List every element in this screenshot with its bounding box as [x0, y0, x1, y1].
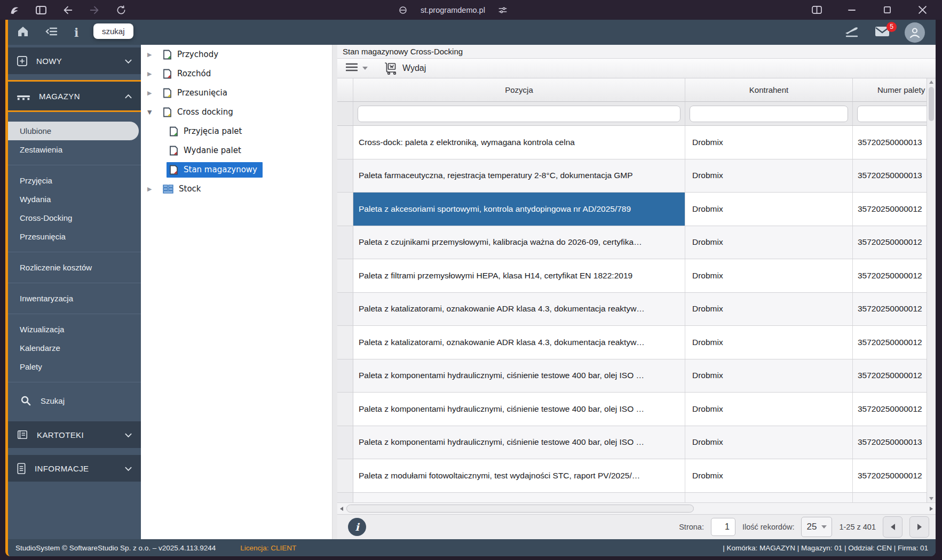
sidebar-item-szukaj[interactable]: Szukaj — [8, 388, 141, 413]
cell-pozycja[interactable]: Paleta z filtrami przemysłowymi HEPA, kl… — [353, 259, 685, 292]
tree-collapse-icon[interactable]: ▼ — [147, 109, 160, 116]
tune-icon[interactable] — [496, 3, 510, 17]
tree-expand-icon[interactable]: ▶ — [147, 90, 160, 97]
sidebar-item-wydania[interactable]: Wydania — [8, 190, 141, 209]
cell-numer[interactable]: 35720250000012 — [853, 259, 927, 292]
scroll-up-icon[interactable] — [929, 81, 933, 84]
table-row[interactable]: Paleta z komponentami hydraulicznymi, ci… — [337, 393, 927, 426]
cell-numer[interactable]: 35720250000013 — [853, 426, 927, 459]
cell-numer[interactable]: 35720250000012 — [853, 293, 927, 326]
table-row-selected[interactable]: Paleta z akcesoriami sportowymi, kontrol… — [337, 193, 927, 226]
sidebar-toggle-icon[interactable] — [34, 3, 48, 17]
menu-hamburger-icon[interactable] — [346, 63, 358, 74]
row-selector-cell[interactable] — [337, 159, 353, 193]
next-page-button[interactable] — [909, 516, 929, 538]
tree-item-cross-docking[interactable]: ▼ Cross docking — [141, 102, 332, 122]
forward-icon[interactable] — [88, 3, 101, 17]
back-icon[interactable] — [61, 3, 75, 17]
vertical-scrollbar[interactable] — [927, 78, 936, 502]
row-selector-cell[interactable] — [337, 259, 353, 292]
filter-input-numer[interactable] — [857, 106, 927, 122]
column-header-kontrahent[interactable]: Kontrahent — [685, 78, 853, 101]
table-row-partial[interactable] — [337, 493, 927, 503]
tree-expand-icon[interactable]: ▶ — [147, 70, 160, 77]
tree-expand-icon[interactable]: ▶ — [147, 51, 160, 58]
cell-kontrahent[interactable]: Drobmix — [685, 193, 853, 226]
address-bar[interactable]: st.programdemo.pl — [396, 0, 510, 20]
sidebar-section-nowy[interactable]: NOWY — [8, 47, 141, 74]
collapse-menu-icon[interactable] — [45, 26, 58, 39]
cell-numer[interactable]: 35720250000012 — [853, 459, 927, 492]
table-row[interactable]: Paleta z filtrami przemysłowymi HEPA, kl… — [337, 259, 927, 293]
row-selector-cell[interactable] — [337, 393, 353, 426]
sidebar-item-rozliczenie-kosztow[interactable]: Rozliczenie kosztów — [8, 258, 141, 277]
info-circle-icon[interactable]: i — [348, 518, 366, 536]
sidebar-item-cross-docking[interactable]: Cross-Docking — [8, 209, 141, 227]
horizontal-scrollbar-thumb[interactable] — [346, 505, 694, 513]
minimize-icon[interactable] — [845, 3, 859, 17]
table-row[interactable]: Paleta z czujnikami przemysłowymi, kalib… — [337, 226, 927, 260]
tree-item-wydanie-palet[interactable]: Wydanie palet — [141, 141, 332, 160]
column-header-numer-palety[interactable]: Numer palety — [853, 78, 927, 101]
user-icon[interactable] — [905, 22, 925, 43]
cell-pozycja[interactable]: Paleta z komponentami hydraulicznymi, ci… — [353, 426, 685, 459]
cell-kontrahent[interactable]: Drobmix — [685, 359, 853, 393]
sidebar-item-przesuniecia[interactable]: Przesunięcia — [8, 227, 141, 246]
cell-kontrahent[interactable]: Drobmix — [685, 393, 853, 426]
cell-kontrahent[interactable]: Drobmix — [685, 126, 853, 159]
table-row[interactable]: Paleta z katalizatorami, oznakowanie ADR… — [337, 293, 927, 326]
sidebar-item-inwentaryzacja[interactable]: Inwentaryzacja — [8, 289, 141, 308]
cell-pozycja-selected[interactable]: Paleta z akcesoriami sportowymi, kontrol… — [353, 193, 685, 226]
row-selector-cell[interactable] — [337, 126, 353, 159]
tree-expand-icon[interactable]: ▶ — [147, 186, 160, 193]
sidebar-section-magazyn[interactable]: MAGAZYN — [8, 80, 141, 112]
sidebar-section-informacje[interactable]: INFORMACJE — [8, 455, 141, 482]
filter-input-pozycja[interactable] — [358, 106, 680, 122]
reload-icon[interactable] — [114, 3, 128, 17]
cell-pozycja[interactable]: Paleta z katalizatorami, oznakowanie ADR… — [353, 293, 685, 326]
table-row[interactable]: Cross-dock: paleta z elektroniką, wymaga… — [337, 126, 927, 159]
tree-item-przyjecia-palet[interactable]: Przyjęcia palet — [141, 122, 332, 141]
tree-item-stan-magazynowy[interactable]: Stan magazynowy — [141, 160, 332, 179]
row-selector-cell[interactable] — [337, 359, 353, 393]
info-icon[interactable]: i — [74, 26, 78, 39]
table-row[interactable]: Paleta z katalizatorami, oznakowanie ADR… — [337, 326, 927, 359]
sidebar-section-kartoteki[interactable]: KARTOTEKI — [8, 421, 141, 448]
sidebar-item-kalendarze[interactable]: Kalendarze — [8, 339, 141, 357]
page-size-select[interactable]: 25 — [801, 517, 832, 537]
tree-item-przesuniecia[interactable]: ▶ Przesunięcia — [141, 83, 332, 102]
mail-icon[interactable]: 5 — [875, 26, 890, 39]
tree-item-stock[interactable]: ▶ Stock — [141, 179, 332, 198]
cell-pozycja[interactable]: Paleta farmaceutyczna, rejestracja tempe… — [353, 159, 685, 193]
cell-kontrahent[interactable]: Drobmix — [685, 326, 853, 359]
tree-item-przychody[interactable]: ▶ Przychody — [141, 45, 332, 64]
table-row[interactable]: Paleta z komponentami hydraulicznymi, ci… — [337, 426, 927, 460]
cell-numer[interactable]: 35720250000013 — [853, 159, 927, 193]
row-selector-cell[interactable] — [337, 326, 353, 359]
horizontal-scrollbar[interactable] — [337, 502, 936, 514]
table-row[interactable]: Paleta z komponentami hydraulicznymi, ci… — [337, 359, 927, 393]
panel-divider[interactable] — [332, 45, 337, 539]
vertical-scrollbar-thumb[interactable] — [929, 87, 934, 121]
split-view-icon[interactable] — [810, 3, 824, 17]
sidebar-item-palety[interactable]: Palety — [8, 357, 141, 376]
scroll-down-icon[interactable] — [929, 497, 933, 500]
page-number-input[interactable] — [711, 518, 735, 536]
cell-kontrahent[interactable]: Drobmix — [685, 159, 853, 193]
cell-pozycja[interactable]: Cross-dock: paleta z elektroniką, wymaga… — [353, 126, 685, 159]
prev-page-button[interactable] — [883, 516, 903, 538]
cell-numer[interactable]: 35720250000012 — [853, 326, 927, 359]
row-selector-cell[interactable] — [337, 226, 353, 259]
row-selector-cell[interactable] — [337, 293, 353, 326]
cell-numer[interactable]: 35720250000013 — [853, 126, 927, 159]
cell-kontrahent[interactable]: Drobmix — [685, 226, 853, 259]
tree-item-rozchod[interactable]: ▶ Rozchód — [141, 64, 332, 83]
sidebar-item-przyjecia[interactable]: Przyjęcia — [8, 171, 141, 190]
cell-kontrahent[interactable]: Drobmix — [685, 426, 853, 459]
cell-pozycja[interactable]: Paleta z komponentami hydraulicznymi, ci… — [353, 359, 685, 393]
sidebar-item-zestawienia[interactable]: Zestawienia — [8, 140, 141, 159]
close-icon[interactable] — [915, 3, 929, 17]
cell-numer[interactable]: 35720250000012 — [853, 359, 927, 393]
cell-pozycja[interactable]: Paleta z modułami fotowoltaicznymi, test… — [353, 459, 685, 492]
table-row[interactable]: Paleta farmaceutyczna, rejestracja tempe… — [337, 159, 927, 193]
